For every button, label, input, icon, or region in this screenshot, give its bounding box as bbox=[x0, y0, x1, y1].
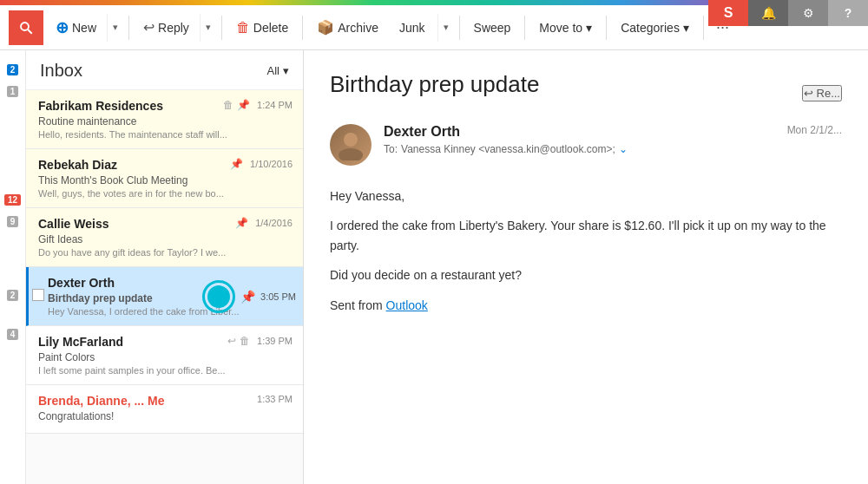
reply-top-button[interactable]: ↩ Re... bbox=[802, 85, 842, 101]
outlook-link[interactable]: Outlook bbox=[386, 298, 428, 312]
search-icon bbox=[18, 20, 34, 36]
trash-icon-5: 🗑 bbox=[240, 335, 250, 347]
email-greeting: Hey Vanessa, bbox=[330, 186, 842, 206]
reading-pane: Birthday prep update ↩ Re... Dexter Orth… bbox=[304, 50, 868, 484]
search-button[interactable] bbox=[9, 10, 43, 45]
sent-from-label: Sent from bbox=[330, 298, 386, 312]
filter-chevron: ▾ bbox=[283, 64, 289, 77]
main-layout: 2 1 12 9 2 4 Inbox All ▾ bbox=[0, 50, 868, 484]
badge-item-1: 2 bbox=[0, 59, 25, 81]
reply-group: ↩ Reply ▾ bbox=[135, 14, 216, 42]
email-header-6: Brenda, Dianne, ... Me bbox=[38, 394, 291, 408]
new-group: ⊕ New ▾ bbox=[47, 13, 123, 43]
badge-sidebar: 2 1 12 9 2 4 bbox=[0, 50, 26, 484]
email-subject-3: Gift Ideas bbox=[38, 233, 291, 245]
reply-arrow-5: ↩ bbox=[227, 335, 236, 347]
badge-item-5: 2 bbox=[0, 285, 25, 306]
svg-line-1 bbox=[28, 29, 32, 34]
checkbox-area-4 bbox=[32, 289, 44, 304]
help-icon[interactable]: ? bbox=[828, 0, 868, 26]
archive-button[interactable]: 📦 Archive bbox=[308, 14, 387, 41]
email-sender-3: Callie Weiss bbox=[38, 217, 108, 231]
email-time-3: 1/4/2016 bbox=[255, 218, 293, 228]
badge-count-1: 2 bbox=[7, 64, 19, 75]
moveto-label: Move to bbox=[539, 21, 582, 35]
badge-item-4: 9 bbox=[0, 211, 25, 232]
divider-3 bbox=[302, 16, 303, 40]
from-name: Dexter Orth bbox=[384, 124, 775, 140]
email-icons-5: ↩ 🗑 1:39 PM bbox=[227, 335, 293, 347]
moveto-button[interactable]: Move to ▾ bbox=[530, 16, 601, 40]
inbox-header: Inbox All ▾ bbox=[26, 50, 303, 90]
email-preview-1: Hello, residents. The maintenance staff … bbox=[38, 129, 291, 140]
badge-count-3: 12 bbox=[4, 194, 21, 206]
email-subject-6: Congratulations! bbox=[38, 410, 291, 422]
reply-label: Reply bbox=[158, 21, 189, 35]
archive-label: Archive bbox=[338, 21, 378, 35]
email-date: Mon 2/1/2... bbox=[787, 124, 842, 136]
to-line: To: Vanessa Kinney <vanessa.kin@outlook.… bbox=[384, 143, 775, 155]
filter-label: All bbox=[267, 64, 279, 77]
list-item[interactable]: Rebekah Diaz This Month's Book Club Meet… bbox=[26, 149, 303, 208]
email-sender-1: Fabrikam Residences bbox=[38, 99, 163, 113]
sweep-button[interactable]: Sweep bbox=[465, 16, 520, 40]
email-preview-2: Well, guys, the votes are in for the new… bbox=[38, 188, 291, 199]
timer-inner bbox=[207, 285, 230, 308]
reply-top-label: Re... bbox=[817, 87, 840, 100]
email-checkbox-4[interactable] bbox=[32, 289, 44, 301]
email-icons-6: 1:33 PM bbox=[257, 394, 293, 404]
reading-header: Birthday prep update ↩ Re... bbox=[330, 71, 842, 115]
divider-6 bbox=[606, 16, 607, 40]
divider-4 bbox=[459, 16, 460, 40]
email-body-line2: Did you decide on a restaurant yet? bbox=[330, 265, 842, 285]
new-button[interactable]: ⊕ New bbox=[47, 13, 105, 43]
email-subject-1: Routine maintenance bbox=[38, 115, 291, 128]
gear-icon[interactable]: ⚙ bbox=[788, 0, 828, 26]
skype-icon[interactable]: S bbox=[708, 0, 748, 26]
reply-dropdown[interactable]: ▾ bbox=[200, 14, 216, 42]
expand-to-icon[interactable]: ⌄ bbox=[619, 143, 628, 155]
categories-chevron: ▾ bbox=[683, 21, 689, 35]
pin-flat-icon: 📌 bbox=[240, 290, 255, 304]
badge-count-6: 4 bbox=[7, 329, 19, 340]
top-right-icons: S 🔔 ⚙ ? bbox=[708, 0, 868, 26]
bell-icon[interactable]: 🔔 bbox=[748, 0, 788, 26]
email-list: Fabrikam Residences Routine maintenance … bbox=[26, 90, 303, 484]
delete-button[interactable]: 🗑 Delete bbox=[227, 15, 297, 41]
divider-5 bbox=[524, 16, 525, 40]
to-address: Vanessa Kinney <vanessa.kin@outlook.com>… bbox=[401, 143, 615, 155]
badge-item-2: 1 bbox=[0, 81, 25, 102]
junk-dropdown[interactable]: ▾ bbox=[437, 14, 454, 42]
email-sender-6: Brenda, Dianne, ... Me bbox=[38, 394, 164, 408]
svg-point-0 bbox=[21, 23, 29, 30]
email-sender-5: Lily McFarland bbox=[38, 335, 123, 349]
delete-label: Delete bbox=[253, 21, 288, 35]
email-subject-5: Paint Colors bbox=[38, 351, 291, 363]
svg-point-3 bbox=[339, 148, 363, 160]
list-item[interactable]: Lily McFarland Paint Colors I left some … bbox=[26, 326, 303, 385]
categories-button[interactable]: Categories ▾ bbox=[612, 16, 698, 40]
badge-item-3: 12 bbox=[0, 189, 25, 211]
inbox-filter[interactable]: All ▾ bbox=[267, 64, 289, 77]
list-item[interactable]: Brenda, Dianne, ... Me Congratulations! … bbox=[26, 385, 303, 434]
list-item[interactable]: Fabrikam Residences Routine maintenance … bbox=[26, 90, 303, 149]
email-sent-from: Sent from Outlook bbox=[330, 296, 842, 315]
list-item[interactable]: Dexter Orth Birthday prep update Hey Van… bbox=[26, 267, 303, 326]
email-time-6: 1:33 PM bbox=[257, 394, 293, 404]
email-meta-info: Dexter Orth To: Vanessa Kinney <vanessa.… bbox=[384, 124, 775, 155]
new-dropdown[interactable]: ▾ bbox=[107, 14, 123, 42]
archive-icon: 📦 bbox=[317, 19, 334, 36]
junk-label: Junk bbox=[399, 21, 425, 35]
email-icons-2: 📌 1/10/2016 bbox=[230, 158, 293, 170]
email-time-2: 1/10/2016 bbox=[250, 159, 293, 169]
pin-icon-3: 📌 bbox=[235, 217, 248, 229]
email-sender-2: Rebekah Diaz bbox=[38, 158, 117, 172]
email-subject-2: This Month's Book Club Meeting bbox=[38, 174, 291, 186]
email-time-5: 1:39 PM bbox=[257, 336, 293, 346]
email-actions-4: 📌 3:05 PM bbox=[202, 280, 296, 313]
junk-button[interactable]: Junk bbox=[391, 16, 434, 40]
list-item[interactable]: Callie Weiss Gift Ideas Do you have any … bbox=[26, 208, 303, 267]
moveto-chevron: ▾ bbox=[586, 21, 592, 35]
reply-button[interactable]: ↩ Reply bbox=[135, 14, 198, 41]
new-label: New bbox=[72, 21, 96, 35]
